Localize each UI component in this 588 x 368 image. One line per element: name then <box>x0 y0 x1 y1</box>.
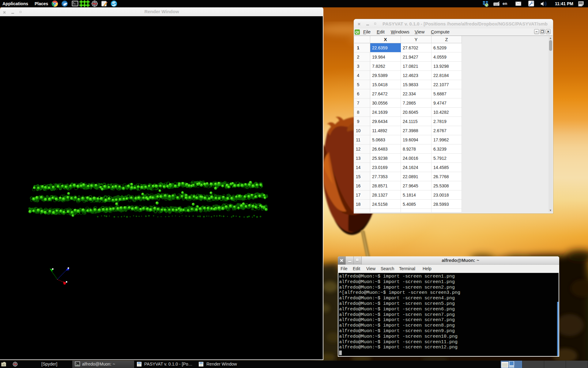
svg-text:Qt: Qt <box>355 30 360 34</box>
